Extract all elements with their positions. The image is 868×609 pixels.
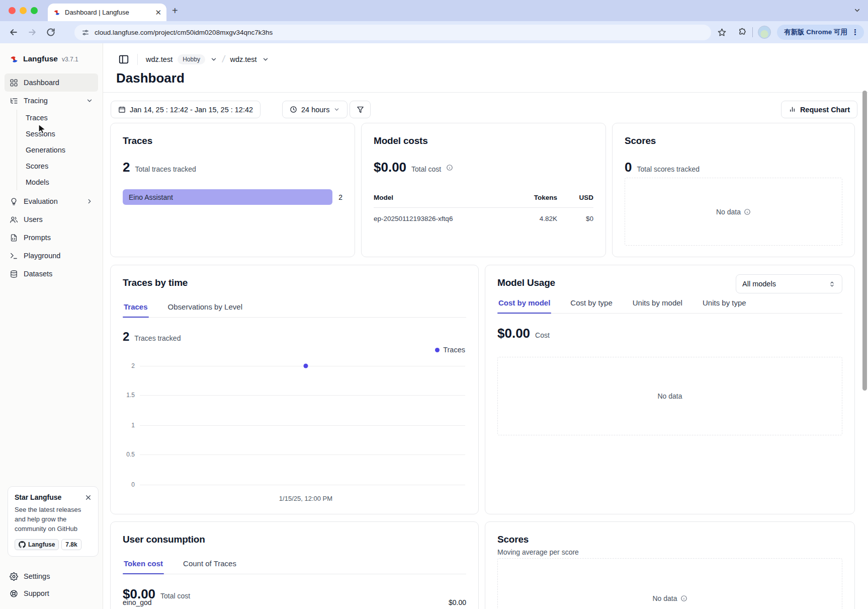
consumption-row[interactable]: eino_god $0.00 (123, 598, 466, 606)
sidebar-item-playground[interactable]: Playground (5, 247, 98, 265)
close-icon[interactable] (85, 494, 92, 501)
sidebar-toggle-icon[interactable] (118, 54, 129, 65)
tab-search-chevron-icon[interactable] (853, 7, 861, 14)
browser-tab[interactable]: Dashboard | Langfuse ✕ (48, 4, 166, 21)
tab-units-by-model[interactable]: Units by model (632, 294, 683, 313)
traces-card: Traces 2 Total traces tracked Eino Assis… (110, 123, 355, 257)
sidebar-item-traces[interactable]: Traces (17, 110, 103, 126)
filter-button[interactable] (350, 101, 371, 118)
org-name[interactable]: wdz.test (146, 55, 172, 63)
sidebar-item-evaluation[interactable]: Evaluation (5, 192, 98, 210)
tab-observations-by-level[interactable]: Observations by Level (167, 298, 243, 317)
github-star-count[interactable]: 7.8k (61, 539, 81, 550)
model-filter-select[interactable]: All models (736, 274, 842, 293)
life-buoy-icon (10, 589, 18, 598)
chrome-update-button[interactable]: 有新版 Chrome 可用 ⋮ (777, 25, 864, 40)
tab-close-icon[interactable]: ✕ (155, 8, 161, 17)
sidebar-item-datasets[interactable]: Datasets (5, 265, 98, 283)
table-header: Model Tokens USD (374, 194, 593, 208)
user-name: eino_god (123, 598, 152, 606)
data-point-traces[interactable] (303, 364, 308, 368)
url-text: cloud.langfuse.com/project/cm50idm0208mx… (95, 29, 273, 36)
traces-total-label: Total traces tracked (135, 165, 196, 173)
calendar-icon (118, 106, 126, 113)
sidebar-item-tracing[interactable]: Tracing (5, 92, 98, 110)
sidebar-item-models[interactable]: Models (17, 174, 103, 190)
sidebar-item-label: Support (24, 589, 49, 597)
forward-button[interactable] (27, 27, 37, 37)
request-chart-button[interactable]: Request Chart (781, 101, 857, 118)
no-data-label: No data (652, 594, 677, 602)
address-bar[interactable]: cloud.langfuse.com/project/cm50idm0208mx… (74, 25, 711, 40)
sidebar-item-label: Datasets (24, 270, 52, 278)
browser-menu-icon[interactable]: ⋮ (851, 28, 859, 37)
macos-zoom-button[interactable] (31, 7, 38, 14)
profile-avatar[interactable] (758, 26, 771, 39)
back-button[interactable] (9, 27, 19, 37)
trace-bar[interactable]: Eino Assistant (123, 189, 332, 205)
traces-total-value: 2 (123, 160, 130, 175)
extensions-icon[interactable] (738, 28, 747, 37)
scores-total-value: 0 (625, 160, 632, 175)
table-row[interactable]: ep-20250112193826-xftq6 4.82K $0 (374, 208, 593, 222)
tab-cost-by-type[interactable]: Cost by type (569, 294, 613, 313)
bookmark-star-icon[interactable] (717, 28, 727, 37)
card-title: Model costs (374, 135, 593, 146)
legend-dot (435, 348, 440, 352)
tab-cost-by-model[interactable]: Cost by model (497, 294, 551, 313)
chevron-down-icon[interactable] (210, 56, 217, 63)
info-icon[interactable] (744, 208, 751, 215)
clock-icon (290, 106, 297, 113)
browser-window: Dashboard | Langfuse ✕ + cloud.langfuse.… (0, 0, 868, 609)
card-title: Traces by time (123, 277, 466, 288)
chevron-down-icon[interactable] (262, 56, 269, 63)
select-value: All models (742, 280, 776, 288)
sidebar-item-prompts[interactable]: Prompts (5, 229, 98, 247)
vertical-scrollbar[interactable] (862, 91, 867, 391)
new-tab-button[interactable]: + (172, 6, 178, 15)
tracing-subnav: Traces Sessions Generations Scores Model… (17, 110, 103, 190)
toolbar-divider (752, 27, 753, 37)
sidebar-item-sessions[interactable]: Sessions (17, 126, 103, 142)
tab-title: Dashboard | Langfuse (65, 9, 151, 16)
request-chart-label: Request Chart (800, 106, 850, 114)
trace-bar-row[interactable]: Eino Assistant 2 (123, 189, 342, 205)
info-icon[interactable] (446, 164, 453, 171)
tab-count-of-traces[interactable]: Count of Traces (182, 555, 237, 574)
sidebar-item-support[interactable]: Support (5, 585, 98, 602)
sidebar-item-scores[interactable]: Scores (17, 158, 103, 174)
interval-select[interactable]: 24 hours (282, 101, 348, 118)
chevrons-up-down-icon (828, 280, 836, 288)
tab-token-cost[interactable]: Token cost (123, 555, 164, 574)
github-repo-badge[interactable]: Langfuse (15, 539, 59, 550)
date-range-picker[interactable]: Jan 14, 25 : 12:42 - Jan 15, 25 : 12:42 (111, 101, 261, 118)
no-data-label: No data (657, 392, 682, 400)
breadcrumb-slash: / (221, 53, 226, 65)
info-icon[interactable] (680, 595, 687, 602)
langfuse-favicon-icon (53, 9, 61, 17)
brand-row[interactable]: Langfuse v3.7.1 (0, 43, 103, 73)
model-costs-card: Model costs $0.00 Total cost Model Token… (361, 123, 606, 257)
reload-button[interactable] (46, 27, 56, 37)
sidebar-item-generations[interactable]: Generations (17, 142, 103, 158)
empty-state: No data (497, 558, 842, 609)
sidebar-item-users[interactable]: Users (5, 210, 98, 229)
model-usd: $0 (557, 215, 593, 222)
traces-by-time-card: Traces by time Traces Observations by Le… (110, 265, 479, 514)
sidebar-item-settings[interactable]: Settings (5, 568, 98, 585)
bar-chart-icon (789, 106, 796, 113)
sidebar-item-label: Evaluation (24, 197, 58, 205)
usage-cost-value: $0.00 (497, 326, 530, 341)
macos-close-button[interactable] (9, 7, 16, 14)
model-usage-card: Model Usage All models Cost by model Cos… (485, 265, 855, 514)
tab-traces[interactable]: Traces (123, 298, 149, 317)
tab-units-by-type[interactable]: Units by type (702, 294, 747, 313)
macos-minimize-button[interactable] (20, 7, 27, 14)
user-consumption-card: User consumption Token cost Count of Tra… (110, 521, 479, 609)
project-name[interactable]: wdz.test (230, 55, 256, 63)
user-consumption-tabs: Token cost Count of Traces (123, 555, 466, 574)
model-usage-tabs: Cost by model Cost by type Units by mode… (497, 294, 842, 314)
site-settings-icon[interactable] (81, 29, 90, 37)
card-title: User consumption (123, 534, 466, 545)
sidebar-item-dashboard[interactable]: Dashboard (5, 73, 98, 92)
